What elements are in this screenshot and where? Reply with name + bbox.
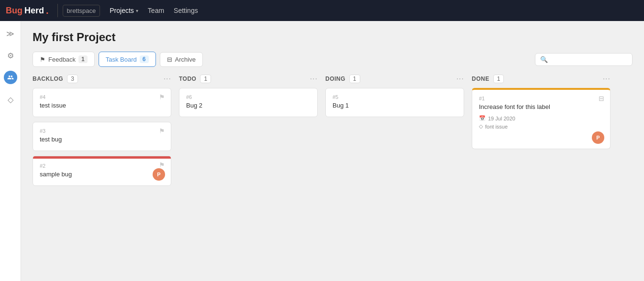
- card-4-id: #4: [40, 94, 164, 100]
- col-doing-title: DOING: [325, 76, 345, 82]
- card-1[interactable]: #1 Increase font for this label ⊟ 📅 19 J…: [472, 88, 611, 149]
- tab-feedback[interactable]: ⚑ Feedback 1: [33, 52, 95, 67]
- col-doing-header: DOING 1 ···: [325, 75, 464, 88]
- col-doing-menu[interactable]: ···: [456, 75, 464, 83]
- feedback-icon: ⚑: [40, 56, 45, 63]
- calendar-icon: 📅: [479, 115, 486, 121]
- col-doing: DOING 1 ··· #5 Bug 1: [325, 75, 464, 122]
- tag-icon[interactable]: ◇: [4, 93, 17, 106]
- col-done-title: DONE: [472, 76, 489, 82]
- tabs-bar: ⚑ Feedback 1 Task Board 6 ⊟ Archive 🔍: [33, 52, 633, 67]
- col-done: DONE 1 ··· #1 Increase font for this lab…: [472, 75, 611, 154]
- card-2-pin-icon: ⚑: [159, 161, 165, 169]
- brand-logo[interactable]: BugHerd.: [6, 6, 49, 16]
- col-backlog-count: 3: [67, 75, 78, 83]
- card-1-tag: ◇ font issue: [479, 123, 603, 130]
- col-backlog-header: BACKLOG 3 ···: [33, 75, 171, 88]
- card-4[interactable]: #4 test issue ⚑: [33, 88, 171, 117]
- card-4-title: test issue: [40, 102, 164, 109]
- tag-label-icon: ◇: [479, 123, 483, 130]
- col-todo-menu[interactable]: ···: [310, 75, 318, 83]
- main-content: My first Project ⚑ Feedback 1 Task Board…: [21, 21, 644, 281]
- card-1-archive-icon: ⊟: [599, 95, 604, 102]
- card-4-pin-icon: ⚑: [159, 93, 165, 101]
- tab-feedback-label: Feedback: [48, 56, 76, 63]
- col-todo-title: TODO: [179, 76, 196, 82]
- search-box[interactable]: 🔍: [535, 53, 633, 66]
- card-2[interactable]: #2 sample bug ⚑ P: [33, 156, 171, 186]
- card-1-meta: 📅 19 Jul 2020 ◇ font issue: [479, 115, 603, 130]
- brand-bug-text: Bug: [6, 6, 22, 16]
- card-3-title: test bug: [40, 136, 164, 143]
- tab-archive-label: Archive: [175, 56, 196, 63]
- collapse-icon[interactable]: ≫: [4, 27, 17, 40]
- card-1-date: 📅 19 Jul 2020: [479, 115, 603, 121]
- card-6-title: Bug 2: [186, 102, 311, 109]
- col-todo-count: 1: [200, 75, 211, 83]
- col-todo-header: TODO 1 ···: [179, 75, 318, 88]
- archive-icon: ⊟: [167, 56, 172, 63]
- tab-taskboard-label: Task Board: [106, 56, 137, 63]
- taskboard-count: 6: [140, 55, 149, 63]
- col-done-header: DONE 1 ···: [472, 75, 611, 88]
- users-icon[interactable]: [4, 71, 17, 84]
- workspace-label[interactable]: brettspace: [63, 5, 100, 17]
- col-todo: TODO 1 ··· #6 Bug 2: [179, 75, 318, 122]
- col-backlog-title: BACKLOG: [33, 76, 63, 82]
- card-1-title: Increase font for this label: [479, 103, 603, 110]
- card-2-title: sample bug: [40, 171, 164, 178]
- navbar: BugHerd. brettspace Projects ▾ Team Sett…: [0, 0, 644, 21]
- search-magnifier-icon: 🔍: [540, 56, 548, 63]
- layout: ≫ ⚙ ◇ My first Project ⚑ Feedback 1 Task…: [0, 21, 644, 281]
- card-1-avatar: P: [592, 131, 604, 144]
- col-doing-count: 1: [349, 75, 360, 83]
- nav-team-label: Team: [148, 7, 164, 14]
- card-2-top-bar: [33, 156, 171, 159]
- col-backlog: BACKLOG 3 ··· #4 test issue ⚑ #3 test bu…: [33, 75, 171, 191]
- nav-projects[interactable]: Projects ▾: [105, 4, 143, 17]
- settings-icon[interactable]: ⚙: [4, 49, 17, 62]
- nav-divider: [57, 4, 58, 17]
- card-3-id: #3: [40, 128, 164, 134]
- card-1-id: #1: [479, 96, 603, 101]
- card-1-date-text: 19 Jul 2020: [488, 116, 515, 121]
- nav-settings-label: Settings: [174, 7, 198, 14]
- feedback-count: 1: [78, 55, 88, 63]
- card-3-pin-icon: ⚑: [159, 127, 165, 135]
- projects-chevron-icon: ▾: [136, 8, 138, 13]
- page-title: My first Project: [33, 31, 633, 44]
- tab-archive[interactable]: ⊟ Archive: [160, 52, 203, 67]
- sidebar: ≫ ⚙ ◇: [0, 21, 21, 281]
- search-input[interactable]: [551, 56, 627, 63]
- tab-taskboard[interactable]: Task Board 6: [99, 52, 156, 67]
- nav-settings[interactable]: Settings: [169, 4, 203, 17]
- card-5-title: Bug 1: [333, 102, 457, 109]
- kanban-board: BACKLOG 3 ··· #4 test issue ⚑ #3 test bu…: [33, 75, 633, 191]
- card-6[interactable]: #6 Bug 2: [179, 88, 318, 117]
- col-done-menu[interactable]: ···: [603, 75, 611, 83]
- nav-team[interactable]: Team: [143, 4, 169, 17]
- brand-herd-text: Herd: [24, 6, 44, 16]
- card-2-id: #2: [40, 163, 164, 169]
- card-1-tag-text: font issue: [485, 124, 508, 130]
- card-5-id: #5: [333, 94, 457, 100]
- brand-dot: .: [46, 6, 49, 15]
- col-done-count: 1: [493, 75, 504, 83]
- nav-projects-label: Projects: [110, 7, 134, 14]
- card-2-avatar: P: [153, 168, 165, 181]
- col-backlog-menu[interactable]: ···: [164, 75, 171, 83]
- card-3[interactable]: #3 test bug ⚑: [33, 122, 171, 151]
- card-5[interactable]: #5 Bug 1: [325, 88, 464, 117]
- card-6-id: #6: [186, 94, 311, 100]
